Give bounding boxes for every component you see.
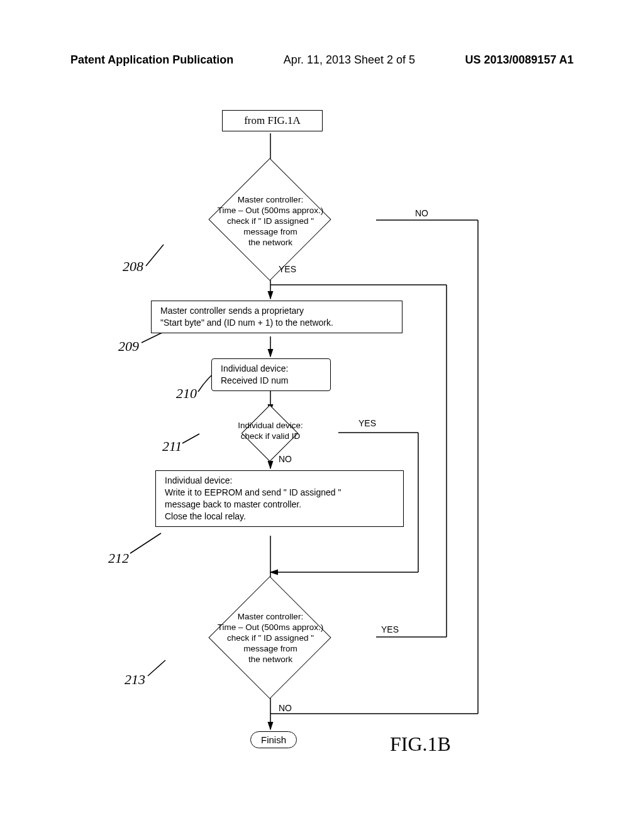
d213-line5: the network bbox=[248, 655, 292, 664]
p209-line1: Master controller sends a proprietary bbox=[160, 306, 304, 316]
d213-line4: message from bbox=[243, 644, 297, 653]
d208-line4: message from bbox=[243, 227, 297, 236]
d208-line3: check if " ID assigned " bbox=[227, 216, 314, 226]
p212-line1: Individual device: bbox=[165, 475, 232, 485]
p212-line3: message back to master controller. bbox=[165, 499, 301, 509]
d213-line1: Master controller: bbox=[238, 612, 303, 621]
header-center: Apr. 11, 2013 Sheet 2 of 5 bbox=[284, 53, 415, 67]
connector-from-text: from FIG.1A bbox=[244, 114, 301, 126]
process-210: Individual device: Received ID num bbox=[211, 358, 331, 391]
process-212: Individual device: Write it to EEPROM an… bbox=[155, 470, 404, 527]
svg-line-10 bbox=[182, 434, 199, 443]
decision-211-text: Individual device: check if valid ID bbox=[218, 421, 323, 442]
terminal-finish-text: Finish bbox=[261, 734, 286, 745]
label-213-yes: YES bbox=[381, 624, 399, 634]
decision-208-text: Master controller: Time – Out (500ms app… bbox=[189, 195, 352, 248]
d208-line2: Time – Out (500ms approx.) bbox=[218, 206, 323, 215]
d208-line5: the network bbox=[248, 238, 292, 247]
p212-line4: Close the local relay. bbox=[165, 511, 246, 521]
label-213-no: NO bbox=[279, 703, 292, 713]
header-left: Patent Application Publication bbox=[70, 53, 233, 67]
svg-line-1 bbox=[146, 245, 164, 266]
connector-from-box: from FIG.1A bbox=[222, 110, 323, 131]
svg-line-17 bbox=[148, 660, 165, 676]
ref-213: 213 bbox=[125, 672, 145, 688]
ref-211: 211 bbox=[162, 438, 182, 455]
d211-line2: check if valid ID bbox=[241, 431, 301, 441]
ref-208: 208 bbox=[123, 258, 143, 275]
ref-212: 212 bbox=[108, 550, 129, 567]
d213-line3: check if " ID assigned " bbox=[227, 633, 314, 643]
flowchart-diagram: from FIG.1A Master controller: Time – Ou… bbox=[0, 91, 644, 783]
ref-209: 209 bbox=[118, 338, 139, 355]
p210-line1: Individual device: bbox=[221, 363, 288, 374]
d211-line1: Individual device: bbox=[238, 421, 303, 430]
terminal-finish: Finish bbox=[250, 731, 297, 748]
label-208-no: NO bbox=[415, 208, 428, 218]
decision-213-text: Master controller: Time – Out (500ms app… bbox=[189, 612, 352, 665]
figure-label: FIG.1B bbox=[390, 733, 451, 756]
svg-line-16 bbox=[130, 533, 161, 553]
p210-line2: Received ID num bbox=[221, 375, 288, 385]
header-right: US 2013/0089157 A1 bbox=[465, 53, 574, 67]
ref-210: 210 bbox=[176, 385, 197, 402]
label-208-yes: YES bbox=[279, 264, 296, 274]
p212-line2: Write it to EEPROM and send " ID assigne… bbox=[165, 487, 341, 497]
label-211-yes: YES bbox=[358, 418, 376, 428]
d213-line2: Time – Out (500ms approx.) bbox=[218, 622, 323, 632]
process-209: Master controller sends a proprietary "S… bbox=[151, 301, 402, 333]
p209-line2: "Start byte" and (ID num + 1) to the net… bbox=[160, 318, 333, 328]
d208-line1: Master controller: bbox=[238, 195, 303, 204]
label-211-no: NO bbox=[279, 454, 292, 464]
